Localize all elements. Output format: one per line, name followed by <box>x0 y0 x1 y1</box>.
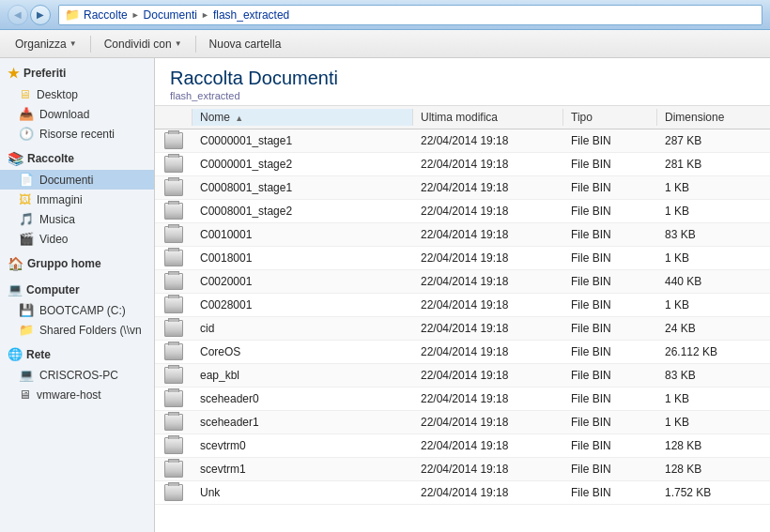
breadcrumb-libraries[interactable]: Raccolte <box>84 8 128 22</box>
file-icon <box>155 481 192 504</box>
file-name: sceheader1 <box>192 413 413 432</box>
sidebar-favorites-header[interactable]: ★ Preferiti <box>0 62 154 84</box>
table-row[interactable]: sceheader122/04/2014 19:18File BIN1 KB <box>155 411 770 434</box>
content-title: Raccolta Documenti <box>170 68 755 89</box>
bin-file-icon <box>164 226 183 243</box>
share-label: Condividi con <box>104 38 172 51</box>
sidebar-item-desktop[interactable]: 🖥 Desktop <box>0 84 154 104</box>
sidebar-item-vmware[interactable]: 🖥 vmware-host <box>0 385 154 404</box>
main-layout: ★ Preferiti 🖥 Desktop 📥 Download 🕐 Risor… <box>0 58 770 532</box>
file-type: File BIN <box>563 249 657 267</box>
sidebar-item-music[interactable]: 🎵 Musica <box>0 209 154 229</box>
table-row[interactable]: eap_kbl22/04/2014 19:18File BIN83 KB <box>155 364 770 388</box>
sidebar-documents-label: Documenti <box>39 174 93 187</box>
file-modified: 22/04/2014 19:18 <box>413 413 563 432</box>
sidebar-desktop-label: Desktop <box>37 88 78 101</box>
sidebar-computer-label: Computer <box>26 283 80 296</box>
sidebar-homegroup-header[interactable]: 🏠 Gruppo home <box>0 252 154 275</box>
sidebar-computer-header[interactable]: 💻 Computer <box>0 279 154 300</box>
music-icon: 🎵 <box>19 212 34 226</box>
file-name: C0008001_stage1 <box>192 178 413 197</box>
breadcrumb-flash[interactable]: flash_extracted <box>213 8 289 22</box>
sidebar-item-bootcamp[interactable]: 💾 BOOTCAMP (C:) <box>0 300 154 320</box>
table-row[interactable]: sceheader022/04/2014 19:18File BIN1 KB <box>155 388 770 411</box>
criscros-icon: 💻 <box>19 368 34 382</box>
table-row[interactable]: CoreOS22/04/2014 19:18File BIN26.112 KB <box>155 341 770 364</box>
file-size: 83 KB <box>657 366 770 385</box>
content-subtitle: flash_extracted <box>170 90 755 101</box>
sidebar-item-documents[interactable]: 📄 Documenti <box>0 170 154 190</box>
header-size[interactable]: Dimensione <box>657 109 770 126</box>
header-modified[interactable]: Ultima modifica <box>413 109 563 126</box>
sidebar-homegroup-section: 🏠 Gruppo home <box>0 252 154 275</box>
sidebar-item-download[interactable]: 📥 Download <box>0 104 154 124</box>
sidebar-network-section: 🌐 Rete 💻 CRISCROS-PC 🖥 vmware-host <box>0 343 154 404</box>
file-size: 1 KB <box>657 249 770 267</box>
file-icon <box>155 270 192 293</box>
file-type: File BIN <box>563 296 657 314</box>
sidebar-video-label: Video <box>39 233 68 246</box>
sidebar-libraries-label: Raccolte <box>27 152 74 165</box>
file-modified: 22/04/2014 19:18 <box>413 249 563 267</box>
file-size: 1.752 KB <box>657 483 770 502</box>
file-type: File BIN <box>563 131 657 150</box>
table-row[interactable]: C0000001_stage122/04/2014 19:18File BIN2… <box>155 129 770 153</box>
file-icon <box>155 176 192 199</box>
table-row[interactable]: C002000122/04/2014 19:18File BIN440 KB <box>155 270 770 294</box>
bin-file-icon <box>164 203 183 220</box>
file-type: File BIN <box>563 413 657 432</box>
table-row[interactable]: C001800122/04/2014 19:18File BIN1 KB <box>155 247 770 270</box>
sidebar-item-criscros[interactable]: 💻 CRISCROS-PC <box>0 365 154 385</box>
file-size: 287 KB <box>657 131 770 150</box>
table-row[interactable]: C002800122/04/2014 19:18File BIN1 KB <box>155 294 770 317</box>
file-modified: 22/04/2014 19:18 <box>413 389 563 408</box>
file-list: Nome ▲ Ultima modifica Tipo Dimensione C… <box>155 106 770 532</box>
file-modified: 22/04/2014 19:18 <box>413 319 563 338</box>
file-type: File BIN <box>563 342 657 361</box>
sidebar-criscros-label: CRISCROS-PC <box>39 369 118 382</box>
file-modified: 22/04/2014 19:18 <box>413 342 563 361</box>
nav-buttons: ◀ ▶ <box>8 5 51 25</box>
table-row[interactable]: scevtrm022/04/2014 19:18File BIN128 KB <box>155 434 770 458</box>
title-bar: ◀ ▶ 📁 Raccolte ► Documenti ► flash_extra… <box>0 0 770 30</box>
header-type[interactable]: Tipo <box>563 109 657 126</box>
file-modified: 22/04/2014 19:18 <box>413 178 563 197</box>
header-icon-col <box>155 109 192 126</box>
table-row[interactable]: C0000001_stage222/04/2014 19:18File BIN2… <box>155 153 770 176</box>
new-folder-button[interactable]: Nuova cartella <box>202 35 289 53</box>
file-name: C0028001 <box>192 296 413 314</box>
sidebar-item-recent[interactable]: 🕐 Risorse recenti <box>0 124 154 144</box>
table-row[interactable]: C0008001_stage222/04/2014 19:18File BIN1… <box>155 200 770 223</box>
file-name: C0000001_stage2 <box>192 155 413 174</box>
table-row[interactable]: Unk22/04/2014 19:18File BIN1.752 KB <box>155 481 770 505</box>
sidebar-shared-label: Shared Folders (\\vn <box>39 324 142 337</box>
sidebar-libraries-header[interactable]: 📚 Raccolte <box>0 147 154 170</box>
sidebar-music-label: Musica <box>39 213 75 226</box>
sidebar-network-header[interactable]: 🌐 Rete <box>0 343 154 365</box>
file-name: scevtrm1 <box>192 460 413 479</box>
header-name[interactable]: Nome ▲ <box>192 109 413 126</box>
file-name: scevtrm0 <box>192 436 413 455</box>
file-type: File BIN <box>563 178 657 197</box>
file-name: C0010001 <box>192 225 413 244</box>
sidebar-item-shared[interactable]: 📁 Shared Folders (\\vn <box>0 320 154 340</box>
share-button[interactable]: Condividi con ▼ <box>97 35 190 53</box>
breadcrumb-documents[interactable]: Documenti <box>144 8 197 22</box>
forward-button[interactable]: ▶ <box>30 5 51 25</box>
bin-file-icon <box>164 484 183 501</box>
table-row[interactable]: C0008001_stage122/04/2014 19:18File BIN1… <box>155 176 770 200</box>
share-chevron: ▼ <box>175 39 182 48</box>
organize-button[interactable]: Organizza ▼ <box>8 35 85 53</box>
file-modified: 22/04/2014 19:18 <box>413 483 563 502</box>
desktop-icon: 🖥 <box>19 87 31 101</box>
file-type: File BIN <box>563 483 657 502</box>
back-button[interactable]: ◀ <box>8 5 28 25</box>
table-row[interactable]: C001000122/04/2014 19:18File BIN83 KB <box>155 223 770 247</box>
sidebar-bootcamp-label: BOOTCAMP (C:) <box>39 304 126 317</box>
sidebar-item-images[interactable]: 🖼 Immagini <box>0 190 154 209</box>
table-row[interactable]: cid22/04/2014 19:18File BIN24 KB <box>155 317 770 341</box>
file-type: File BIN <box>563 389 657 408</box>
sidebar-item-video[interactable]: 🎬 Video <box>0 229 154 249</box>
table-row[interactable]: scevtrm122/04/2014 19:18File BIN128 KB <box>155 458 770 481</box>
file-name: sceheader0 <box>192 389 413 408</box>
